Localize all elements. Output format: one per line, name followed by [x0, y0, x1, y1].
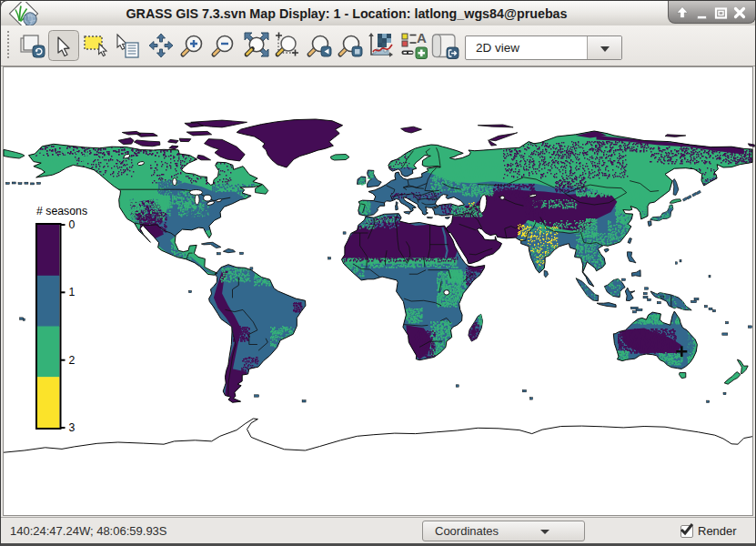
- svg-text:1: 1: [69, 286, 76, 298]
- svg-text:2: 2: [69, 354, 76, 367]
- svg-text:0: 0: [69, 218, 76, 231]
- svg-text:# seasons: # seasons: [36, 205, 87, 217]
- svg-text:3: 3: [69, 421, 76, 434]
